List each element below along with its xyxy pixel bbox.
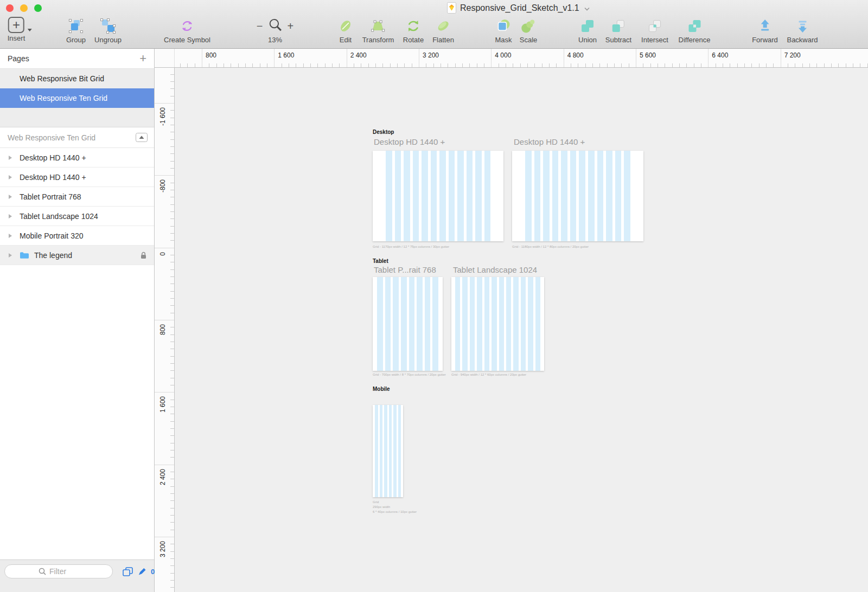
ruler-tick: [534, 63, 535, 67]
ruler-tick: [375, 63, 376, 67]
artboard-title[interactable]: Tablet P...rait 768: [374, 265, 436, 274]
ruler-tick: [607, 63, 608, 67]
toolbar-edit-button[interactable]: Edit: [337, 17, 354, 44]
grid-column: [449, 151, 455, 241]
ruler-tick: [170, 443, 174, 443]
disclosure-triangle-icon[interactable]: [9, 214, 12, 218]
grid-column: [398, 405, 401, 497]
toolbar-union-button[interactable]: Union: [578, 17, 597, 44]
filter-field[interactable]: [4, 564, 113, 578]
minimize-button[interactable]: [20, 4, 28, 12]
ruler-tick: [170, 522, 174, 523]
disclosure-triangle-icon[interactable]: [9, 175, 12, 179]
vertical-ruler[interactable]: -1 600-80008001 6002 4003 200: [155, 68, 175, 592]
ruler-label: 800: [206, 52, 216, 59]
ruler-tick: [382, 63, 383, 67]
artboard[interactable]: [373, 151, 503, 241]
toolbar-create-symbol-button[interactable]: Create Symbol: [164, 17, 210, 44]
artboard-caption: Grid - 1180px width / 12 * 80px columns …: [512, 244, 589, 249]
disclosure-triangle-icon[interactable]: [9, 253, 12, 258]
add-page-button[interactable]: +: [139, 53, 146, 65]
toolbar-difference-button[interactable]: Difference: [678, 17, 710, 44]
pen-icon[interactable]: [138, 568, 146, 576]
ruler-tick: [462, 63, 463, 67]
ruler-tick: [170, 421, 174, 422]
ruler-tick: [744, 63, 745, 67]
toolbar-rotate-button[interactable]: Rotate: [403, 17, 424, 44]
ruler-tick: [751, 63, 752, 67]
grid-column: [534, 151, 541, 241]
grid-column: [375, 405, 378, 497]
ruler-label: 4 000: [495, 52, 511, 59]
canvas[interactable]: DesktopDesktop HD 1440 +Grid - 1170px wi…: [175, 68, 868, 592]
ruler-label: 1 600: [159, 396, 167, 413]
horizontal-ruler[interactable]: 8001 6002 4003 2004 0004 8005 6006 4007 …: [155, 49, 868, 68]
layer-row-1[interactable]: Desktop HD 1440 +: [0, 148, 154, 168]
artboard[interactable]: [451, 277, 544, 371]
toolbar-ungroup-button[interactable]: Ungroup: [94, 17, 122, 44]
disclosure-triangle-icon[interactable]: [9, 234, 12, 238]
maximize-button[interactable]: [34, 4, 42, 12]
toolbar-flatten-button[interactable]: Flatten: [432, 17, 454, 44]
page-item-2[interactable]: Web Responsive Ten Grid: [0, 88, 154, 108]
toolbar-zoom-button[interactable]: −+13%: [257, 17, 293, 44]
layer-row-2[interactable]: Desktop HD 1440 +: [0, 168, 154, 187]
artboard[interactable]: [373, 277, 443, 371]
toolbar-backward-button[interactable]: Backward: [787, 17, 818, 44]
zoom-in-button[interactable]: +: [288, 21, 294, 31]
ruler-tick: [433, 63, 434, 67]
layer-row-6[interactable]: The legend: [0, 246, 154, 265]
ruler-tick: [170, 515, 174, 516]
grid-column: [543, 151, 550, 241]
artboard-title[interactable]: Tablet Landscape 1024: [453, 265, 537, 274]
ruler-tick: [170, 161, 174, 162]
ruler-tick: [788, 63, 788, 67]
toolbar-mask-button[interactable]: Mask: [495, 17, 512, 44]
window-title: Responsive_Grid_Sketch_v1.1: [460, 3, 579, 13]
toolbar-intersect-button[interactable]: Intersect: [641, 17, 668, 44]
toolbar-transform-button[interactable]: Transform: [362, 17, 394, 44]
toolbar-rotate-label: Rotate: [403, 36, 424, 44]
disclosure-triangle-icon[interactable]: [9, 156, 12, 160]
ruler-tick: [506, 63, 506, 67]
toolbar-insert-button[interactable]: +Insert: [8, 17, 25, 42]
toolbar-group-button[interactable]: Group: [66, 17, 86, 44]
layer-row-3[interactable]: Tablet Portrait 768: [0, 187, 154, 207]
filter-input[interactable]: [49, 567, 79, 576]
ruler-tick: [252, 63, 253, 67]
toolbar-forward-label: Forward: [752, 36, 778, 44]
ruler-tick: [170, 479, 174, 479]
ruler-tick: [585, 63, 586, 67]
artboard[interactable]: [373, 405, 403, 497]
toolbar-forward-button[interactable]: Forward: [752, 17, 778, 44]
ruler-tick: [361, 63, 361, 67]
artboard-title[interactable]: Desktop HD 1440 +: [514, 137, 585, 146]
folder-icon: [20, 252, 29, 259]
page-item-1[interactable]: Web Responsive Bit Grid: [0, 69, 154, 88]
artboard[interactable]: [512, 151, 643, 241]
artboard-preview-icon[interactable]: [136, 133, 148, 142]
artboard-caption: Grid290px width6 * 40px columns / 10px g…: [373, 500, 417, 514]
ruler-tick: [679, 63, 680, 67]
chevron-down-icon[interactable]: [584, 3, 590, 13]
ruler-tick: [499, 63, 499, 67]
layer-row-4[interactable]: Tablet Landscape 1024: [0, 207, 154, 226]
toolbar-subtract-button[interactable]: Subtract: [605, 17, 631, 44]
zoom-out-button[interactable]: −: [257, 21, 263, 31]
ruler-major-line: [155, 175, 174, 176]
ruler-tick: [282, 63, 282, 67]
close-button[interactable]: [6, 4, 14, 12]
pages-panel-toggle-icon[interactable]: [123, 567, 133, 576]
disclosure-triangle-icon[interactable]: [9, 195, 12, 199]
artboard-title[interactable]: Desktop HD 1440 +: [374, 137, 445, 146]
ruler-tick: [170, 472, 174, 472]
intersect-icon: [647, 17, 663, 35]
ruler-tick: [354, 63, 354, 67]
toolbar-scale-button[interactable]: Scale: [520, 17, 538, 44]
ruler-tick: [542, 63, 542, 67]
layer-row-5[interactable]: Mobile Portrait 320: [0, 226, 154, 246]
ruler-tick: [216, 63, 217, 67]
grid-column: [561, 151, 567, 241]
ruler-tick: [170, 457, 174, 458]
ruler-tick: [448, 63, 448, 67]
